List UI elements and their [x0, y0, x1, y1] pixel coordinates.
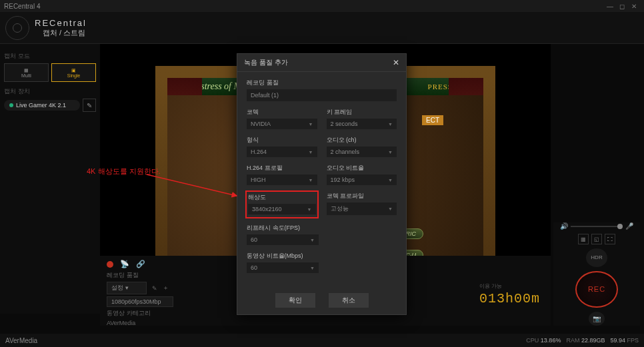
device-chip[interactable]: Live Gamer 4K 2.1 [4, 100, 80, 111]
dialog-close-button[interactable]: ✕ [393, 58, 399, 67]
format-label: 형식 [247, 136, 317, 145]
refresh-rate-label: 리프래시 속도(FPS) [247, 224, 397, 232]
refresh-rate-select[interactable]: 60▼ [247, 234, 319, 245]
left-sidebar: 캡처 모드 ▦ Multi ▣ Single 캡처 장치 Live Gamer … [0, 44, 100, 314]
footer-brand: AVerMedia [5, 337, 37, 344]
quality-label: 레코딩 품질 [107, 271, 139, 280]
codec-profile-label: 코덱 프로파일 [327, 192, 397, 200]
speaker-icon: 🔊 [560, 222, 568, 230]
window-title: RECentral 4 [4, 3, 40, 10]
maximize-button[interactable]: ◻ [616, 3, 628, 10]
app-header: RECentral 캡처 / 스트림 [0, 12, 644, 44]
mic-icon[interactable]: 🎤 [625, 222, 633, 230]
audio-ch-select[interactable]: 2 channels▼ [327, 147, 397, 157]
record-tab[interactable] [107, 261, 113, 268]
capture-mode-label: 캡처 모드 [4, 52, 96, 61]
format-select[interactable]: H.264▼ [247, 147, 317, 157]
ok-button[interactable]: 확인 [275, 293, 315, 308]
device-status-dot [9, 103, 13, 107]
stream-tab[interactable]: 📡 [120, 260, 129, 268]
volume-slider[interactable] [571, 226, 623, 227]
close-button[interactable]: ✕ [628, 3, 640, 10]
brand-name: RECentral [35, 18, 87, 28]
annotation-text: 4K 해상도를 지원한다. [87, 167, 161, 176]
timer-value: 013h00m [479, 291, 540, 306]
cpu-stat: CPU 13.86% [526, 337, 561, 344]
status-bar: AVerMedia CPU 13.86% RAM 22.89GB 59.94 F… [0, 334, 644, 347]
fullscreen-button[interactable]: ⛶ [605, 234, 615, 244]
h264-profile-select[interactable]: HIGH▼ [247, 174, 317, 185]
ram-stat: RAM 22.89GB [566, 337, 605, 344]
pencil-icon: ✎ [87, 102, 92, 109]
fps-stat: 59.94 FPS [610, 337, 639, 344]
audio-bitrate-select[interactable]: 192 kbps▼ [327, 174, 397, 185]
dialog-title: 녹음 품질 추가 [244, 58, 393, 67]
volume-slider-row: 🔊 🎤 [560, 222, 633, 230]
cancel-button[interactable]: 취소 [329, 293, 369, 308]
device-edit-button[interactable]: ✎ [83, 99, 96, 112]
h264-profile-label: H.264 프로필 [247, 164, 317, 173]
minimize-button[interactable]: — [604, 3, 616, 10]
mode-single-button[interactable]: ▣ Single [51, 63, 96, 82]
share-tab[interactable]: 🔗 [136, 260, 145, 268]
record-panel: 🔊 🎤 ▦ ◱ ⛶ HDR REC 📷 [553, 222, 640, 326]
category-label: 동영상 카테고리 [107, 309, 151, 318]
audio-ch-label: 오디오 (ch) [327, 136, 397, 145]
rec-quality-input[interactable] [247, 89, 397, 101]
keyframe-label: 키 프레임 [327, 108, 397, 117]
keyframe-select[interactable]: 2 seconds▼ [327, 119, 397, 129]
preset-select[interactable]: 1080p60fps30Mbp [107, 296, 173, 307]
resolution-select[interactable]: 3840x2160▼ [248, 204, 316, 214]
audio-bitrate-label: 오디오 비트율 [327, 164, 397, 173]
screenshot-button[interactable]: 📷 [589, 312, 605, 326]
hdr-button[interactable]: HDR [586, 248, 607, 267]
single-icon: ▣ [71, 68, 76, 73]
video-bitrate-select[interactable]: 60▼ [247, 262, 319, 273]
pip-button[interactable]: ◱ [591, 234, 602, 244]
overlay-button[interactable]: ▦ [578, 234, 589, 244]
quality-edit-button[interactable]: ✎ [152, 285, 157, 292]
app-logo-icon [5, 16, 29, 40]
available-timer: 이용 가능 013h00m [479, 282, 540, 306]
camera-icon: 📷 [593, 315, 601, 322]
capture-device-label: 캡처 장치 [4, 87, 96, 96]
device-name: Live Gamer 4K 2.1 [16, 102, 66, 109]
mode-multi-button[interactable]: ▦ Multi [4, 63, 49, 82]
select-banner: ECT [422, 115, 443, 125]
mode-breadcrumb: 캡처 / 스트림 [43, 28, 87, 38]
resolution-label: 해상도 [248, 193, 316, 202]
codec-profile-select[interactable]: 고성능▼ [327, 202, 397, 215]
add-quality-dialog: 녹음 품질 추가 ✕ 레코딩 품질 코덱 NVIDIA▼ 키 프레임 2 sec… [237, 53, 407, 315]
window-titlebar: RECentral 4 — ◻ ✕ [0, 0, 644, 12]
quality-select[interactable]: 설정 ▾ [107, 282, 147, 294]
codec-select[interactable]: NVIDIA▼ [247, 119, 317, 129]
rec-quality-label: 레코딩 품질 [247, 79, 397, 87]
multi-icon: ▦ [24, 68, 29, 73]
category-value: AVerMedia [107, 320, 135, 326]
video-bitrate-label: 동영상 비트율(Mbps) [247, 252, 397, 260]
record-button[interactable]: REC [575, 271, 618, 308]
codec-label: 코덱 [247, 108, 317, 117]
resolution-highlight: 해상도 3840x2160▼ [245, 190, 319, 218]
quality-add-button[interactable]: ＋ [163, 284, 169, 292]
timer-label: 이용 가능 [479, 282, 540, 290]
